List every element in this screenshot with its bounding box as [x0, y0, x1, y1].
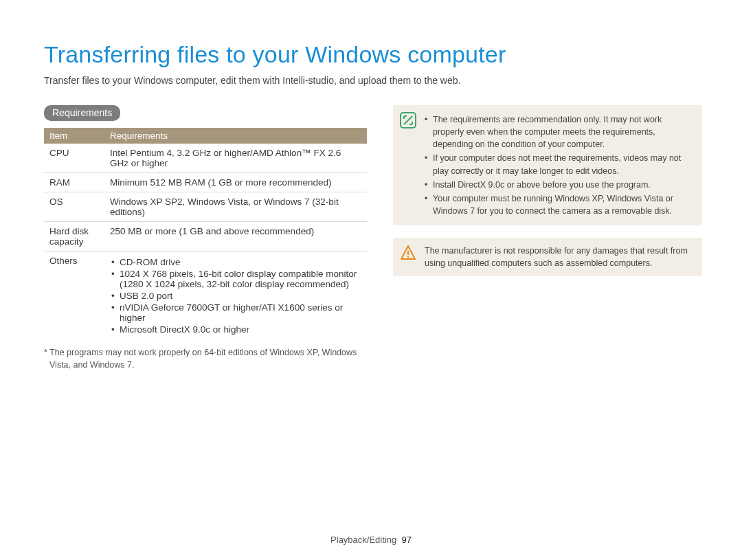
- section-label-requirements: Requirements: [44, 105, 120, 121]
- others-item: 1024 X 768 pixels, 16-bit color display …: [110, 269, 361, 289]
- warning-icon: [400, 245, 416, 261]
- cell-req: Windows XP SP2, Windows Vista, or Window…: [104, 192, 367, 222]
- th-requirements: Requirements: [104, 128, 367, 144]
- others-item: Microsoft DirectX 9.0c or higher: [110, 324, 361, 335]
- footer-page-number: 97: [401, 535, 411, 545]
- cell-item: CPU: [44, 144, 104, 173]
- note-item: The requirements are recommendation only…: [425, 113, 694, 150]
- th-item: Item: [44, 128, 104, 144]
- cell-item: Hard disk capacity: [44, 222, 104, 251]
- footer-section: Playback/Editing: [330, 535, 396, 545]
- table-row: OS Windows XP SP2, Windows Vista, or Win…: [44, 192, 367, 222]
- table-row-others: Others CD-ROM drive 1024 X 768 pixels, 1…: [44, 251, 367, 341]
- warning-text: The manufacturer is not responsible for …: [425, 246, 688, 268]
- page-footer: Playback/Editing 97: [0, 535, 742, 545]
- cell-item: OS: [44, 192, 104, 222]
- cell-item: Others: [44, 251, 104, 341]
- cell-req: Intel Pentium 4, 3.2 GHz or higher/AMD A…: [104, 144, 367, 173]
- page-title: Transferring files to your Windows compu…: [44, 41, 702, 68]
- note-icon: [400, 112, 416, 128]
- table-row: RAM Minimum 512 MB RAM (1 GB or more rec…: [44, 173, 367, 192]
- note-item: Your computer must be running Windows XP…: [425, 192, 694, 217]
- cell-req: Minimum 512 MB RAM (1 GB or more recomme…: [104, 173, 367, 192]
- note-box: The requirements are recommendation only…: [393, 105, 702, 225]
- intro-text: Transfer files to your Windows computer,…: [44, 75, 702, 86]
- cell-item: RAM: [44, 173, 104, 192]
- cell-req: 250 MB or more (1 GB and above recommend…: [104, 222, 367, 251]
- svg-line-1: [404, 116, 412, 124]
- others-item: nVIDIA Geforce 7600GT or higher/ATI X160…: [110, 302, 361, 323]
- note-item: If your computer does not meet the requi…: [425, 152, 694, 177]
- note-item: Install DirectX 9.0c or above before you…: [425, 179, 694, 191]
- table-row: Hard disk capacity 250 MB or more (1 GB …: [44, 222, 367, 251]
- warning-box: The manufacturer is not responsible for …: [393, 238, 702, 276]
- footnote: * The programs may not work properly on …: [44, 347, 367, 371]
- cell-req-others: CD-ROM drive 1024 X 768 pixels, 16-bit c…: [104, 251, 367, 341]
- svg-point-3: [407, 256, 409, 258]
- table-row: CPU Intel Pentium 4, 3.2 GHz or higher/A…: [44, 144, 367, 173]
- requirements-table: Item Requirements CPU Intel Pentium 4, 3…: [44, 128, 367, 340]
- others-item: USB 2.0 port: [110, 291, 361, 301]
- others-item: CD-ROM drive: [110, 257, 361, 267]
